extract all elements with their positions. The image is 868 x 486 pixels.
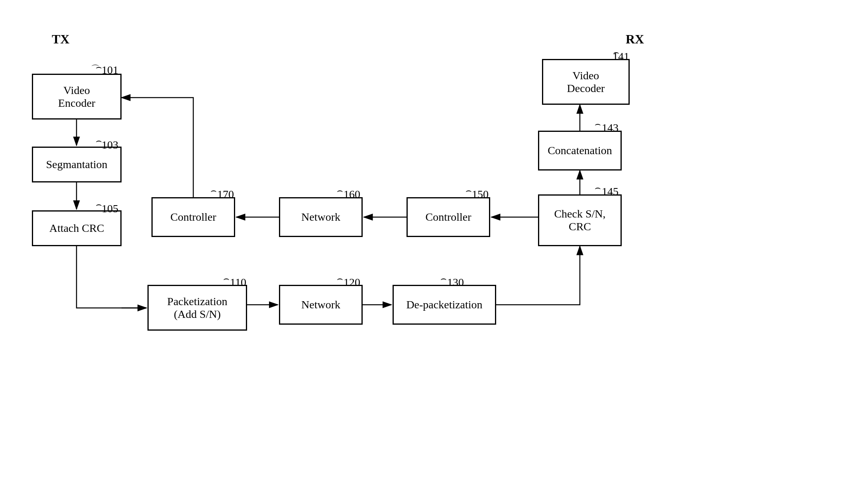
arc-150: ⌢: [465, 185, 472, 196]
depacketization-label: De-packetization: [406, 298, 482, 311]
arc-145: ⌢: [595, 182, 601, 193]
check-sn-crc-box: Check S/N,CRC: [538, 194, 622, 246]
arc-170: ⌢: [210, 185, 217, 196]
ref-150: 150: [472, 188, 489, 201]
network-120-box: Network: [279, 285, 363, 325]
ref-170: 170: [217, 188, 234, 201]
ref-105: 105: [102, 202, 118, 215]
controller-150-label: Controller: [425, 211, 471, 223]
ref-110: 110: [230, 276, 246, 289]
video-encoder-box: VideoEncoder: [32, 74, 122, 120]
ref-160: 160: [344, 188, 360, 201]
arc-105: ⌢: [96, 199, 102, 210]
ref-101: 101: [102, 64, 118, 76]
tx-label: TX: [52, 32, 69, 47]
attach-crc-label: Attach CRC: [49, 222, 104, 235]
diagram: TX RX VideoEncoder 101 ⌒ Segmantation 10…: [0, 0, 868, 486]
video-decoder-box: VideoDecoder: [542, 59, 630, 105]
ref-130: 130: [447, 276, 464, 289]
ref-103: 103: [102, 139, 118, 151]
flow-arrows: [0, 0, 868, 486]
check-sn-crc-label: Check S/N,CRC: [554, 208, 605, 233]
attach-crc-box: Attach CRC: [32, 210, 122, 246]
packetization-box: Packetization(Add S/N): [147, 285, 247, 331]
arc-160: ⌢: [337, 185, 343, 196]
arc-110: ⌢: [223, 273, 230, 284]
concatenation-label: Concatenation: [548, 144, 612, 157]
arc-141: ⌢: [613, 47, 619, 58]
arc-101: ⌢: [96, 62, 102, 73]
video-encoder-label: VideoEncoder: [58, 84, 95, 110]
controller-170-label: Controller: [170, 211, 216, 223]
arc-103: ⌢: [96, 135, 102, 146]
segmentation-box: Segmantation: [32, 147, 122, 182]
rx-label: RX: [626, 32, 644, 47]
network-160-box: Network: [279, 197, 363, 237]
network-120-label: Network: [301, 298, 340, 311]
packetization-label: Packetization(Add S/N): [167, 295, 228, 321]
video-decoder-label: VideoDecoder: [567, 69, 605, 95]
ref-120: 120: [344, 276, 360, 289]
controller-150-box: Controller: [407, 197, 490, 237]
arc-120: ⌢: [337, 273, 343, 284]
concatenation-box: Concatenation: [538, 131, 622, 170]
arc-143: ⌢: [595, 119, 601, 129]
depacketization-box: De-packetization: [393, 285, 496, 325]
ref-143: 143: [602, 122, 619, 134]
controller-170-box: Controller: [151, 197, 235, 237]
segmentation-label: Segmantation: [46, 158, 108, 171]
network-160-label: Network: [301, 211, 340, 223]
ref-145: 145: [602, 185, 619, 198]
arc-130: ⌢: [440, 273, 447, 284]
